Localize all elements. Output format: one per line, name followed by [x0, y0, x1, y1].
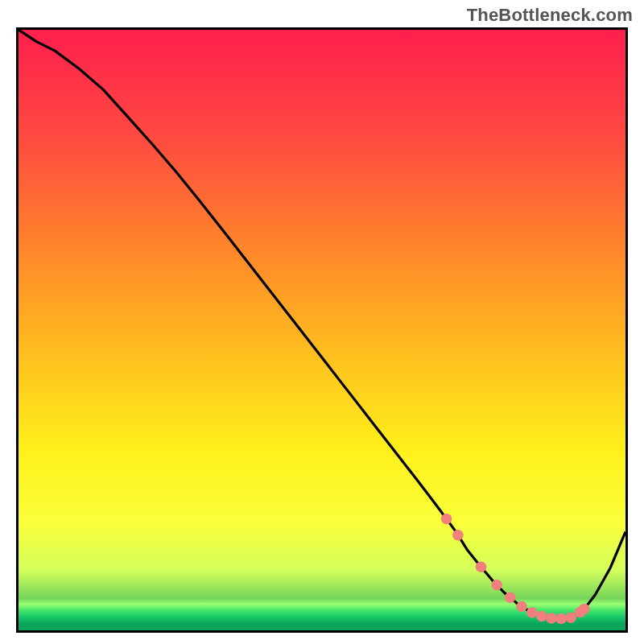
plot-area [16, 27, 628, 633]
curve-marker [546, 613, 557, 623]
curve-marker [505, 592, 516, 603]
curve-marker [526, 607, 538, 617]
curve-marker [555, 613, 567, 624]
chart-container: TheBottleneck.com [0, 0, 644, 644]
bottleneck-curve [19, 30, 625, 619]
curve-marker [476, 562, 487, 572]
watermark-text: TheBottleneck.com [467, 5, 633, 26]
curve-marker [516, 601, 527, 612]
curve-marker [452, 530, 464, 540]
curve-marker [579, 604, 590, 614]
curve-marker [536, 611, 547, 621]
curve-marker [565, 613, 576, 623]
curve-marker [491, 580, 502, 590]
curve-marker [441, 514, 452, 524]
curve-svg [19, 30, 625, 630]
